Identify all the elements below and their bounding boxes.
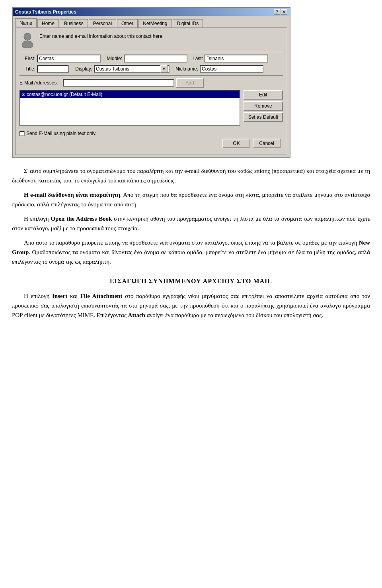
checkbox-row: Send E-Mail using plain text only.	[19, 131, 283, 136]
display-select-value: Costas Tsibanis	[96, 66, 160, 72]
name-row: First: Middle: Last:	[19, 55, 283, 63]
email-buttons: Edit Remove Set as Default	[244, 90, 283, 128]
email-icon: ✉	[22, 92, 25, 97]
first-label: First:	[19, 56, 35, 61]
properties-dialog: Costas Tsibanis Properties ? ✕ Name Home…	[12, 7, 290, 158]
dialog-title: Costas Tsibanis Properties	[15, 9, 76, 15]
paragraph-1: Σ' αυτό συμπληρώνετε το ονοματεπώνυμο το…	[12, 166, 370, 185]
dialog-titlebar: Costas Tsibanis Properties ? ✕	[13, 8, 290, 16]
email-list-item[interactable]: ✉ costas@noc.uoa.gr (Default E-Mail)	[20, 91, 240, 98]
bold-open-address-book: Open the Address Book	[51, 216, 112, 222]
plaintext-checkbox[interactable]	[19, 131, 25, 136]
svg-point-0	[24, 33, 31, 40]
paragraph-3: Η επιλογή Open the Address Book στην κεν…	[12, 214, 370, 233]
ok-button[interactable]: OK	[222, 139, 250, 148]
email-list-area: ✉ costas@noc.uoa.gr (Default E-Mail) Edi…	[19, 90, 283, 128]
email-section: E-Mail Addresses: Add ✉ costas@noc.uoa.g…	[19, 78, 283, 128]
tab-content-name: Enter name and e-mail information about …	[15, 27, 287, 155]
person-icon	[19, 32, 35, 48]
divider-1	[19, 52, 283, 52]
titlebar-buttons: ? ✕	[274, 9, 287, 15]
close-button[interactable]: ✕	[281, 9, 287, 15]
bold-text-1: Η e-mail διεύθυνση είναι απαραίτητη	[24, 192, 120, 198]
checkbox-label: Send E-Mail using plain text only.	[26, 131, 97, 136]
nickname-label: Nickname:	[171, 66, 198, 72]
edit-button[interactable]: Edit	[244, 90, 283, 100]
section-heading: ΕΙΣΑΓΩΓΗ ΣΥΝΗΜΜΕΝΟΥ ΑΡΧΕΙΟΥ ΣΤΟ MAIL	[12, 276, 370, 286]
paragraph-5: Η επιλογή Insert και File Attachment στο…	[12, 291, 370, 320]
nickname-input[interactable]	[200, 65, 263, 73]
tab-home[interactable]: Home	[37, 19, 59, 27]
info-row: Enter name and e-mail information about …	[19, 32, 283, 48]
tab-bar: Name Home Business Personal Other NetMee…	[15, 18, 287, 27]
dialog-body: Name Home Business Personal Other NetMee…	[13, 16, 290, 157]
email-list-container: ✉ costas@noc.uoa.gr (Default E-Mail)	[19, 90, 240, 128]
info-text: Enter name and e-mail information about …	[39, 32, 164, 39]
tab-netmeeting[interactable]: NetMeeting	[138, 19, 172, 27]
bold-insert: Insert	[52, 293, 67, 299]
middle-input[interactable]	[124, 55, 187, 63]
set-as-default-button[interactable]: Set as Default	[244, 112, 283, 122]
bold-attach: Attach	[128, 312, 145, 318]
middle-label: Middle:	[102, 56, 122, 61]
cancel-button[interactable]: Cancel	[253, 139, 281, 148]
title-label: Title:	[19, 66, 35, 72]
remove-button[interactable]: Remove	[244, 101, 283, 111]
svg-point-1	[22, 41, 33, 48]
paragraph-2: Η e-mail διεύθυνση είναι απαραίτητη. Από…	[12, 190, 370, 209]
tab-business[interactable]: Business	[60, 19, 88, 27]
bold-new-group: New Group	[12, 239, 370, 255]
email-list-item-text: costas@noc.uoa.gr (Default E-Mail)	[27, 92, 102, 97]
bold-file-attachment: File Attachment	[80, 293, 123, 299]
email-address-input[interactable]	[63, 79, 174, 87]
dropdown-arrow-icon[interactable]: ▼	[160, 65, 168, 73]
help-button[interactable]: ?	[274, 9, 280, 15]
display-label: Display:	[70, 66, 92, 72]
first-input[interactable]	[37, 55, 101, 63]
main-content: Σ' αυτό συμπληρώνετε το ονοματεπώνυμο το…	[0, 158, 382, 333]
dialog-footer: OK Cancel	[19, 136, 283, 151]
email-label: E-Mail Addresses:	[19, 80, 61, 86]
paragraph-4: Από αυτό το παράθυρο μπορείτε επίσης να …	[12, 238, 370, 267]
tab-name[interactable]: Name	[15, 18, 37, 27]
dialog-wrapper: Costas Tsibanis Properties ? ✕ Name Home…	[0, 0, 382, 158]
divider-2	[19, 75, 283, 76]
last-label: Last:	[189, 56, 203, 61]
email-list: ✉ costas@noc.uoa.gr (Default E-Mail)	[19, 90, 240, 126]
title-row: Title: Display: Costas Tsibanis ▼ Nickna…	[19, 65, 283, 73]
last-input[interactable]	[205, 55, 268, 63]
tab-other[interactable]: Other	[117, 19, 138, 27]
display-select[interactable]: Costas Tsibanis ▼	[94, 65, 170, 73]
tab-digitalids[interactable]: Digital IDs	[173, 19, 203, 27]
tab-personal[interactable]: Personal	[89, 19, 116, 27]
email-input-row: E-Mail Addresses: Add	[19, 78, 283, 88]
add-button[interactable]: Add	[176, 78, 204, 88]
title-input[interactable]	[37, 65, 69, 73]
